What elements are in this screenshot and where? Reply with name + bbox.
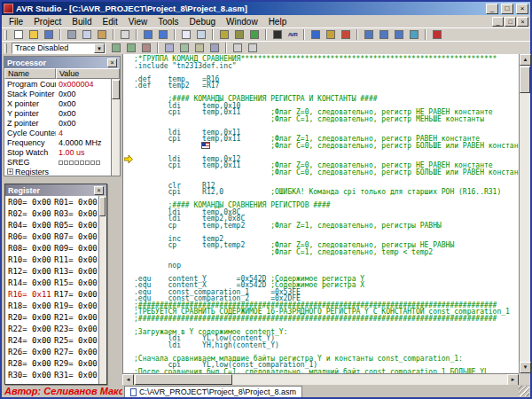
toolbar-grip[interactable] xyxy=(4,43,7,53)
processor-row[interactable]: Stop Watch1.00 us xyxy=(4,147,120,157)
menu-help[interactable]: Help xyxy=(263,17,293,27)
processor-row[interactable]: +Registers xyxy=(4,167,120,176)
stop-trace-icon[interactable] xyxy=(139,42,153,54)
code-line[interactable]: .def temp2 =R17 xyxy=(134,82,519,90)
reset-icon[interactable] xyxy=(339,28,353,41)
mdi-minimize-button[interactable]: _ xyxy=(492,17,504,27)
chevron-down-icon[interactable]: ▼ xyxy=(94,43,105,53)
code-line[interactable]: .include "tn2313def.inc" xyxy=(134,63,519,70)
mdi-close-button[interactable]: × xyxy=(517,17,528,27)
sreg-flag-t-checkbox[interactable] xyxy=(64,160,68,165)
open-file-icon[interactable] xyxy=(27,28,41,41)
assemble-icon[interactable] xyxy=(217,28,231,41)
run-to-cursor-icon[interactable] xyxy=(407,28,421,41)
processor-row[interactable]: Z pointer0x00 xyxy=(4,118,120,128)
trace-status-combobox[interactable]: Trace Disabled ▼ xyxy=(12,43,106,54)
sreg-flag-h-checkbox[interactable] xyxy=(69,160,74,165)
sreg-flag-z-checkbox[interactable] xyxy=(90,160,95,165)
new-file-icon[interactable] xyxy=(12,28,26,41)
column-header-name[interactable]: Name xyxy=(4,68,56,79)
scrollbar-thumb[interactable] xyxy=(99,197,106,216)
column-header-value[interactable]: Value xyxy=(56,68,120,79)
processor-row[interactable]: Stack Pointer0x00 xyxy=(4,89,120,98)
code-line[interactable] xyxy=(134,255,519,262)
code-editor[interactable]: ;*ГРУППА КОМАНД СРАВНЕНИЯ***************… xyxy=(122,54,519,373)
paste-icon[interactable] xyxy=(95,28,109,41)
watch-window-icon[interactable] xyxy=(162,42,176,54)
processor-row[interactable]: X pointer0x00 xyxy=(4,98,120,108)
disassembler-icon[interactable] xyxy=(207,42,222,54)
processor-scrollbar[interactable] xyxy=(111,79,120,176)
code-line[interactable]: cp temp,temp2 ;Флаг Z=1, следовательно, … xyxy=(134,223,519,230)
sreg-flag-n-checkbox[interactable] xyxy=(85,160,90,165)
sreg-flag-v-checkbox[interactable] xyxy=(80,160,84,165)
toolbar-grip[interactable] xyxy=(4,30,7,40)
processor-row[interactable]: SREG xyxy=(4,157,120,167)
processor-close-icon[interactable]: × xyxy=(107,59,117,67)
scrollbar-thumb[interactable] xyxy=(135,374,232,385)
code-line[interactable]: cpi R12,0 ;ОШИБКА! Команда cpi только дл… xyxy=(134,189,519,196)
code-line[interactable]: ;#######################################… xyxy=(134,316,519,323)
menu-edit[interactable]: Edit xyxy=(98,17,123,27)
file-tab[interactable]: C:\AVR_PROJECT\Project_8\Project_8.asm xyxy=(124,386,302,397)
menu-window[interactable]: Window xyxy=(221,17,263,27)
code-line[interactable]: ;Флаг C=0, следовательно, регистр БОЛЬШЕ… xyxy=(134,169,519,176)
redo-icon[interactable] xyxy=(156,28,170,41)
code-line[interactable]: ;Флаг C=0, следовательно, регистр БОЛЬШЕ… xyxy=(134,143,519,150)
menu-tools[interactable]: Tools xyxy=(153,17,184,27)
step-over-icon[interactable] xyxy=(377,28,391,41)
scroll-down-icon[interactable]: ▼ xyxy=(520,362,531,373)
menu-view[interactable]: View xyxy=(123,17,153,27)
trace-over-icon[interactable] xyxy=(124,42,138,54)
resize-grip[interactable] xyxy=(519,386,529,396)
build-and-run-icon[interactable] xyxy=(247,28,262,41)
code-line[interactable]: nop xyxy=(134,262,519,270)
avr-logo-icon[interactable]: AVR xyxy=(286,28,300,41)
zoom-out-icon[interactable] xyxy=(246,42,260,54)
step-out-icon[interactable] xyxy=(392,28,406,41)
step-into-icon[interactable] xyxy=(362,28,376,41)
sreg-flag-i-checkbox[interactable] xyxy=(59,160,63,165)
menu-build[interactable]: Build xyxy=(66,17,97,27)
sreg-flag-c-checkbox[interactable] xyxy=(96,160,100,165)
scroll-up-icon[interactable]: ▲ xyxy=(520,54,531,66)
register-close-icon[interactable]: × xyxy=(94,186,104,195)
memory-window-icon[interactable] xyxy=(177,42,192,54)
menu-file[interactable]: File xyxy=(4,17,28,27)
undo-icon[interactable] xyxy=(141,28,155,41)
code-line[interactable]: ldi YH,high(content_Y) xyxy=(134,342,519,349)
minimize-button[interactable]: _ xyxy=(486,4,498,14)
toggle-breakpoint-icon[interactable] xyxy=(430,28,444,41)
close-button[interactable]: × xyxy=(516,4,528,14)
processor-row[interactable]: Y pointer0x00 xyxy=(4,108,120,118)
find-icon[interactable] xyxy=(179,28,193,41)
sreg-flag-s-checkbox[interactable] xyxy=(74,160,79,165)
processor-row[interactable]: Program Counter0x000004 xyxy=(4,79,120,89)
register-window-caption[interactable]: Register × xyxy=(5,184,106,196)
expand-icon[interactable]: + xyxy=(7,168,13,175)
menu-debug[interactable]: Debug xyxy=(184,17,221,27)
menu-project[interactable]: Project xyxy=(28,17,66,27)
trace-into-icon[interactable] xyxy=(109,42,123,54)
scrollbar-thumb[interactable] xyxy=(112,80,120,99)
io-view-icon[interactable] xyxy=(192,42,207,54)
scrollbar-thumb[interactable] xyxy=(520,66,530,93)
maximize-button[interactable]: □ xyxy=(501,4,513,14)
find-in-files-icon[interactable] xyxy=(194,28,208,41)
save-icon[interactable] xyxy=(42,28,56,41)
avr-chip-icon[interactable] xyxy=(270,28,285,41)
mdi-restore-button[interactable]: □ xyxy=(505,17,516,27)
break-icon[interactable] xyxy=(324,28,338,41)
zoom-in-icon[interactable] xyxy=(231,42,245,54)
run-icon[interactable] xyxy=(309,28,323,41)
cut-icon[interactable] xyxy=(65,28,79,41)
editor-vertical-scrollbar[interactable]: ▲ ▼ xyxy=(519,54,530,373)
copy-icon[interactable] xyxy=(80,28,94,41)
code-area[interactable]: ;*ГРУППА КОМАНД СРАВНЕНИЯ***************… xyxy=(134,56,519,373)
build-icon[interactable] xyxy=(232,28,246,41)
register-scrollbar[interactable] xyxy=(98,196,106,384)
code-line[interactable]: ;Флаг C=1, следовательно, temp < temp2 xyxy=(134,249,519,256)
code-line[interactable]: ;Флаг C=1, следовательно, регистр МЕНЬШЕ… xyxy=(134,116,519,123)
print-icon[interactable] xyxy=(118,28,132,41)
processor-row[interactable]: Cycle Counter4 xyxy=(4,128,120,137)
